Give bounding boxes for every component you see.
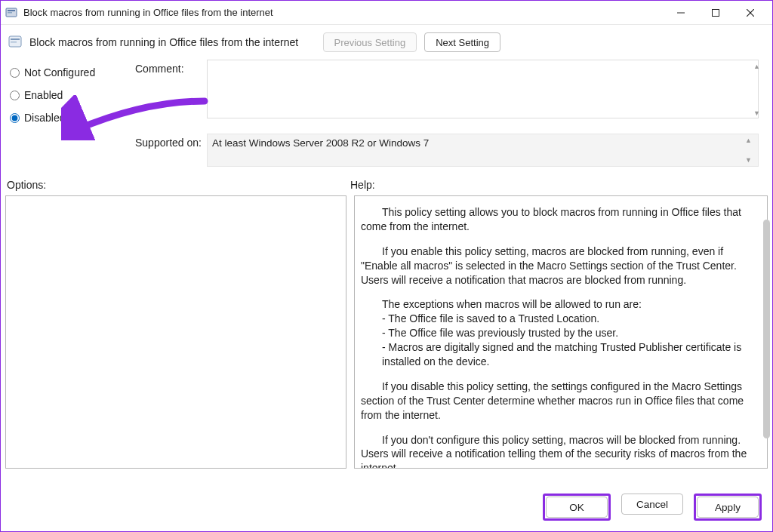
close-button[interactable] <box>733 1 768 25</box>
help-text: - Macros are digitally signed and the ma… <box>361 340 759 369</box>
help-text: - The Office file is saved to a Trusted … <box>361 312 759 326</box>
radio-not-configured-input[interactable] <box>10 68 20 78</box>
titlebar: Block macros from running in Office file… <box>1 1 772 25</box>
cancel-button[interactable]: Cancel <box>621 494 683 515</box>
annotation-highlight-ok: OK <box>543 494 611 521</box>
radio-enabled-input[interactable] <box>10 91 20 100</box>
window-title: Block macros from running in Office file… <box>23 7 664 18</box>
radio-disabled-input[interactable] <box>10 113 20 123</box>
help-label: Help: <box>350 179 375 191</box>
policy-title: Block macros from running in Office file… <box>29 36 316 48</box>
comment-label: Comment: <box>135 60 207 129</box>
help-text: The exceptions when macros will be allow… <box>361 297 759 312</box>
state-radio-group: Not Configured Enabled Disabled <box>7 60 135 129</box>
radio-label: Enabled <box>24 89 63 101</box>
svg-rect-1 <box>8 10 15 11</box>
comment-textarea[interactable] <box>207 60 759 118</box>
next-setting-button[interactable]: Next Setting <box>424 32 500 52</box>
window-controls <box>664 1 768 25</box>
help-text: If you don't configure this policy setti… <box>361 433 759 469</box>
chevron-down-icon[interactable]: ▼ <box>745 156 756 164</box>
panes-row: This policy setting allows you to block … <box>1 195 772 469</box>
help-text: - The Office file was previously trusted… <box>361 326 759 340</box>
scrollbar-thumb[interactable] <box>763 220 770 438</box>
options-label: Options: <box>7 179 350 191</box>
radio-not-configured[interactable]: Not Configured <box>7 61 135 84</box>
dialog-footer: OK Cancel Apply <box>543 494 762 521</box>
state-comment-row: Not Configured Enabled Disabled Comment:… <box>1 57 772 129</box>
policy-header: Block macros from running in Office file… <box>1 25 772 57</box>
supported-on-value: At least Windows Server 2008 R2 or Windo… <box>212 137 429 149</box>
help-text: This policy setting allows you to block … <box>361 205 759 234</box>
svg-rect-4 <box>713 9 719 16</box>
help-text: If you disable this policy setting, the … <box>361 380 759 423</box>
annotation-highlight-apply: Apply <box>694 494 762 521</box>
radio-enabled[interactable]: Enabled <box>7 84 135 106</box>
gpedit-icon <box>5 7 17 19</box>
supported-row: Supported on: At least Windows Server 20… <box>1 129 772 167</box>
options-pane <box>5 195 346 469</box>
supported-label: Supported on: <box>135 134 207 167</box>
svg-rect-8 <box>11 38 20 40</box>
policy-icon <box>8 35 22 49</box>
help-pane: This policy setting allows you to block … <box>354 195 768 469</box>
svg-rect-9 <box>11 42 17 43</box>
chevron-down-icon[interactable]: ▼ <box>753 109 764 117</box>
radio-label: Not Configured <box>24 66 95 78</box>
ok-button[interactable]: OK <box>546 497 608 518</box>
minimize-button[interactable] <box>664 1 698 25</box>
radio-label: Disabled <box>24 112 65 124</box>
apply-button[interactable]: Apply <box>697 497 759 518</box>
chevron-up-icon[interactable]: ▲ <box>745 137 756 144</box>
maximize-button[interactable] <box>698 1 733 25</box>
chevron-up-icon[interactable]: ▲ <box>753 63 764 70</box>
help-text: If you enable this policy setting, macro… <box>361 244 759 288</box>
pane-labels: Options: Help: <box>1 167 772 195</box>
radio-disabled[interactable]: Disabled <box>7 106 135 129</box>
previous-setting-button[interactable]: Previous Setting <box>323 32 417 52</box>
svg-rect-2 <box>8 12 12 14</box>
supported-on-field: At least Windows Server 2008 R2 or Windo… <box>207 134 759 167</box>
